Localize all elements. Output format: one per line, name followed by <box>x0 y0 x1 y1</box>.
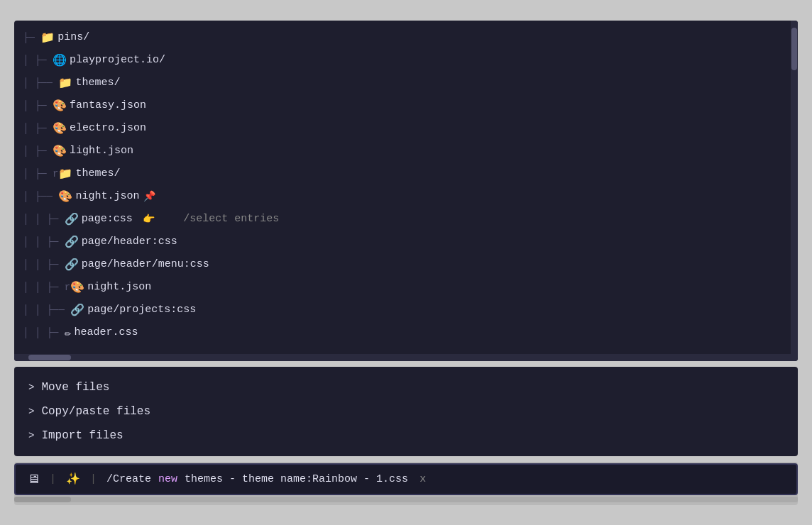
menu-panel: > Move files > Copy/paste files > Import… <box>14 367 798 456</box>
tree-row-11[interactable]: │ │ ├─ r 🎨 night.json <box>23 276 789 299</box>
filename: electro.json <box>70 122 146 134</box>
menu-item-move-files[interactable]: > Move files <box>28 375 784 399</box>
tree-row-12[interactable]: │ │ ├── 🔗 page/projects:css <box>23 299 789 321</box>
menu-item-copy-paste[interactable]: > Copy/paste files <box>28 399 784 424</box>
filename: header.css <box>74 326 138 338</box>
filename: night.json <box>75 190 139 202</box>
tree-indent: │ │ ├─ <box>23 214 65 225</box>
filename: page/projects:css <box>87 304 196 316</box>
tree-indent: │ │ ├─ <box>23 259 65 270</box>
tree-row-8[interactable]: │ │ ├─ 🔗 page:css 👉 /select entries <box>23 208 789 231</box>
menu-item-label: Import files <box>41 429 123 442</box>
status-text-1: /Create <box>106 473 151 485</box>
sparkle-icon: ✨ <box>66 472 80 486</box>
status-scrollbar-thumb[interactable] <box>14 497 71 502</box>
link-icon: 🔗 <box>65 235 79 249</box>
filename: pins/ <box>57 31 89 43</box>
menu-arrow-icon: > <box>28 382 34 393</box>
menu-item-label: Copy/paste files <box>41 405 150 418</box>
close-button[interactable]: x <box>419 473 426 485</box>
scrollbar-thumb-bottom[interactable] <box>28 355 71 360</box>
filename: page:css <box>82 213 133 225</box>
status-bar: 🖥 | ✨ | /Create new themes - theme name:… <box>14 463 798 495</box>
tree-row-13[interactable]: │ │ ├─ ✏️ header.css <box>23 321 789 344</box>
filename: page/header:css <box>82 236 177 248</box>
palette-icon: 🎨 <box>53 121 67 136</box>
separator-2: | <box>90 473 97 485</box>
filename: fantasy.json <box>70 99 146 111</box>
folder-icon: 📁 <box>58 76 72 90</box>
menu-arrow-icon: > <box>28 406 34 417</box>
hand-icon: 👉 <box>137 213 155 225</box>
tree-indent: │ │ ├─ <box>23 236 65 248</box>
tree-indent: │ ├─ <box>23 123 53 134</box>
tree-indent: ├─ <box>23 32 40 43</box>
menu-item-label: Move files <box>41 381 109 394</box>
filename: night.json <box>87 281 151 293</box>
tree-indent: │ │ ├── <box>23 304 70 316</box>
status-bar-wrapper: 🖥 | ✨ | /Create new themes - theme name:… <box>14 462 798 505</box>
link-icon: 🔗 <box>65 258 79 272</box>
tree-indent: │ ├─ r <box>23 168 58 179</box>
pencil-icon: ✏️ <box>65 326 72 340</box>
comment-text: /select entries <box>183 213 279 225</box>
tree-row-10[interactable]: │ │ ├─ 🔗 page/header/menu:css <box>23 253 789 276</box>
filename: themes/ <box>75 167 120 179</box>
filename: light.json <box>70 145 133 157</box>
status-text-2: themes - theme name:Rainbow - 1.css <box>185 473 408 485</box>
tree-row-1[interactable]: │ ├─ 🌐 playproject.io/ <box>23 49 789 72</box>
monitor-icon: 🖥 <box>27 472 40 487</box>
separator-1: | <box>50 473 56 485</box>
tree-row-5[interactable]: │ ├─ 🎨 light.json <box>23 140 789 162</box>
tree-row-6[interactable]: │ ├─ r 📁 themes/ <box>23 162 789 185</box>
tree-row-7[interactable]: │ ├── 🎨 night.json 📌 <box>23 185 789 208</box>
tree-row-2[interactable]: │ ├── 📁 themes/ <box>23 72 789 94</box>
status-scrollbar[interactable] <box>14 497 798 502</box>
scrollbar-thumb-right[interactable] <box>791 28 797 70</box>
palette-icon: 🎨 <box>70 280 84 294</box>
tree-indent: │ ├─ <box>23 100 53 111</box>
filename: playproject.io/ <box>70 54 165 66</box>
file-tree-content: ├─ 📁 pins/ │ ├─ 🌐 playproject.io/ │ ├── … <box>14 21 798 354</box>
status-new-word: new <box>158 473 177 485</box>
scrollbar-bottom[interactable] <box>14 354 791 361</box>
tree-indent: │ ├── <box>23 191 58 202</box>
palette-icon: 🎨 <box>53 99 67 113</box>
folder-icon: 📁 <box>58 167 72 181</box>
pin-icon: 📌 <box>143 190 155 202</box>
filename: page/header/menu:css <box>82 258 209 270</box>
globe-icon: 🌐 <box>53 53 67 67</box>
filename: themes/ <box>75 77 120 89</box>
link-icon: 🔗 <box>65 212 79 226</box>
folder-icon: 📁 <box>40 31 55 45</box>
tree-indent: │ ├── <box>23 77 58 89</box>
tree-indent: │ ├─ <box>23 145 53 157</box>
file-tree-panel: ├─ 📁 pins/ │ ├─ 🌐 playproject.io/ │ ├── … <box>14 21 798 361</box>
tree-row-9[interactable]: │ │ ├─ 🔗 page/header:css <box>23 231 789 253</box>
link-icon: 🔗 <box>70 303 84 317</box>
tree-indent: │ │ ├─ r <box>23 282 70 293</box>
tree-indent: │ │ ├─ <box>23 327 65 338</box>
menu-arrow-icon: > <box>28 430 34 441</box>
tree-indent: │ ├─ <box>23 55 53 66</box>
tree-row-0[interactable]: ├─ 📁 pins/ <box>23 26 789 49</box>
scrollbar-right[interactable] <box>791 21 798 361</box>
palette-icon: 🎨 <box>53 144 67 158</box>
tree-row-4[interactable]: │ ├─ 🎨 electro.json <box>23 117 789 140</box>
tree-row-3[interactable]: │ ├─ 🎨 fantasy.json <box>23 94 789 117</box>
menu-item-import-files[interactable]: > Import files <box>28 424 784 448</box>
palette-icon: 🎨 <box>58 189 72 204</box>
